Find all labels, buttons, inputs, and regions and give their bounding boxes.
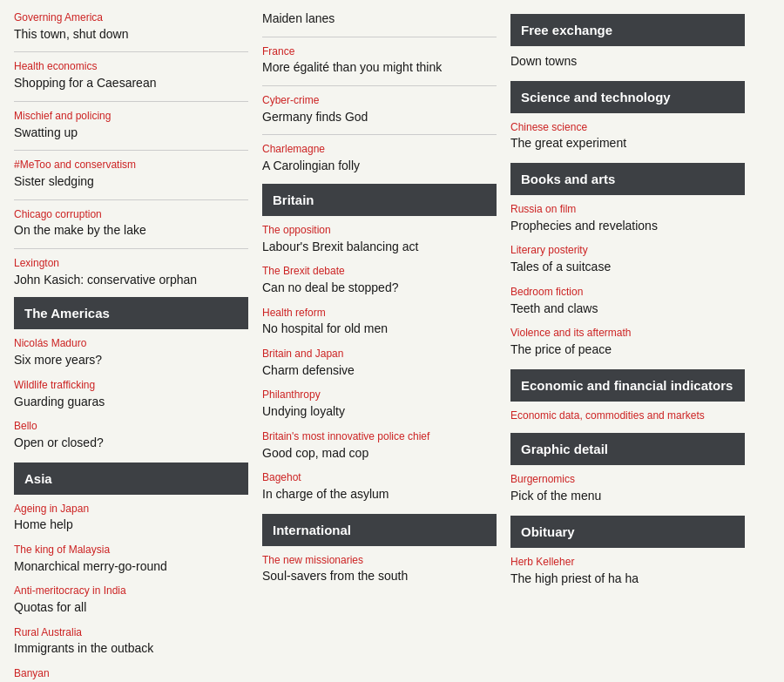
article-category[interactable]: Anti-meritocracy in India (14, 584, 248, 598)
article-item: Maiden lanes (262, 10, 497, 28)
article-title[interactable]: Guarding guaras (14, 394, 248, 411)
article-item: Russia on filmProphecies and revelations (510, 202, 745, 234)
article-category[interactable]: France (262, 44, 497, 59)
article-title[interactable]: This town, shut down (14, 26, 248, 44)
article-title[interactable]: Teeth and claws (510, 300, 745, 318)
article-category[interactable]: Lexington (14, 256, 248, 271)
article-item: The oppositionLabour's Brexit balancing … (262, 223, 497, 255)
article-title[interactable]: Quotas for all (14, 599, 248, 617)
article-category[interactable]: Charlemagne (262, 142, 497, 157)
article-title[interactable]: Down towns (510, 53, 745, 71)
article-item: Health reformNo hospital for old men (262, 306, 497, 338)
section-header: Britain (262, 184, 497, 216)
article-category[interactable]: Russia on film (510, 202, 745, 217)
section-header: Free exchange (510, 14, 745, 46)
article-category[interactable]: The Brexit debate (262, 264, 497, 279)
article-category[interactable]: Rural Australia (14, 625, 248, 640)
article-category[interactable]: The new missionaries (262, 553, 497, 568)
article-title[interactable]: Home help (14, 517, 248, 534)
article-title[interactable]: Immigrants in the outback (14, 640, 248, 658)
article-category[interactable]: Herb Kelleher (510, 555, 745, 570)
section-block: The AmericasNicolás MaduroSix more years… (14, 297, 248, 451)
article-category[interactable]: Ageing in Japan (14, 502, 248, 517)
section-header: Asia (14, 463, 248, 495)
article-title[interactable]: Charm defensive (262, 362, 497, 380)
article-title[interactable]: Labour's Brexit balancing act (262, 239, 497, 256)
article-item: Violence and its aftermathThe price of p… (510, 326, 745, 358)
article-category[interactable]: Bedroom fiction (510, 285, 745, 300)
article-title[interactable]: Can no deal be stopped? (262, 280, 497, 297)
article-title[interactable]: Monarchical merry-go-round (14, 558, 248, 576)
article-category[interactable]: Mischief and policing (14, 109, 248, 124)
article-category[interactable]: Governing America (14, 10, 248, 25)
section-block: ObituaryHerb KelleherThe high priest of … (510, 516, 745, 587)
article-title[interactable]: Open or closed? (14, 435, 248, 452)
article-title[interactable]: Undying loyalty (262, 403, 497, 421)
article-title[interactable]: The price of peace (510, 341, 745, 359)
section-block: Science and technologyChinese scienceThe… (510, 81, 745, 152)
article-title[interactable]: Germany finds God (262, 109, 497, 126)
article-item: Governing AmericaThis town, shut down (14, 10, 248, 43)
article-title[interactable]: The high priest of ha ha (510, 571, 745, 588)
article-title[interactable]: Shopping for a Caesarean (14, 75, 248, 92)
article-title[interactable]: Swatting up (14, 125, 248, 142)
section-header: Books and arts (510, 163, 745, 195)
divider (14, 51, 248, 52)
article-category[interactable]: Wildlife trafficking (14, 378, 248, 393)
article-title[interactable]: Soul-savers from the south (262, 568, 497, 585)
article-title[interactable]: On the make by the lake (14, 222, 248, 240)
article-item: Britain and JapanCharm defensive (262, 347, 497, 379)
article-category[interactable]: Violence and its aftermath (510, 326, 745, 341)
article-category[interactable]: Philanthropy (262, 388, 497, 402)
article-item: Nicolás MaduroSix more years? (14, 336, 248, 368)
article-category[interactable]: Britain and Japan (262, 347, 497, 361)
article-title[interactable]: Sister sledging (14, 173, 248, 191)
article-category[interactable]: Nicolás Maduro (14, 336, 248, 351)
article-category[interactable]: #MeToo and conservatism (14, 158, 248, 172)
article-item: BurgernomicsPick of the menu (510, 472, 745, 504)
article-title[interactable]: In charge of the asylum (262, 486, 497, 503)
article-category[interactable]: Health reform (262, 306, 497, 321)
article-title[interactable]: A Carolingian folly (262, 158, 497, 175)
article-title[interactable]: Pick of the menu (510, 488, 745, 505)
article-category[interactable]: The opposition (262, 223, 497, 238)
article-title[interactable]: Maiden lanes (262, 10, 497, 28)
article-item: Bedroom fictionTeeth and claws (510, 285, 745, 317)
article-title[interactable]: No hospital for old men (262, 321, 497, 338)
article-title[interactable]: Prophecies and revelations (510, 218, 745, 235)
article-category[interactable]: Health economics (14, 59, 248, 74)
divider (14, 101, 248, 102)
article-category[interactable]: Literary posterity (510, 243, 745, 258)
article-title[interactable]: Six more years? (14, 352, 248, 369)
article-category[interactable]: Chinese science (510, 120, 745, 135)
article-category[interactable]: Banyan (14, 666, 248, 681)
section-block: Books and artsRussia on filmProphecies a… (510, 163, 745, 359)
article-category[interactable]: Burgernomics (510, 472, 745, 487)
column-1: Governing AmericaThis town, shut downHea… (7, 7, 255, 682)
article-category[interactable]: Economic data, commodities and markets (510, 409, 745, 423)
article-category[interactable]: Britain's most innovative police chief (262, 429, 497, 444)
article-title[interactable]: Good cop, mad cop (262, 445, 497, 463)
article-category[interactable]: Cyber-crime (262, 93, 497, 108)
article-item: The king of MalaysiaMonarchical merry-go… (14, 543, 248, 575)
article-item: PhilanthropyUndying loyalty (262, 388, 497, 420)
article-title[interactable]: Tales of a suitcase (510, 259, 745, 276)
article-item: Literary posterityTales of a suitcase (510, 243, 745, 275)
article-item: Herb KelleherThe high priest of ha ha (510, 555, 745, 587)
article-title[interactable]: John Kasich: conservative orphan (14, 272, 248, 289)
article-title[interactable]: The great experiment (510, 135, 745, 152)
article-category[interactable]: Bagehot (262, 470, 497, 485)
section-block: Economic and financial indicatorsEconomi… (510, 369, 745, 423)
article-item: Chinese scienceThe great experiment (510, 120, 745, 152)
article-item: Wildlife traffickingGuarding guaras (14, 378, 248, 410)
section-block: InternationalThe new missionariesSoul-sa… (262, 514, 497, 585)
article-item: BelloOpen or closed? (14, 419, 248, 451)
section-block: BritainThe oppositionLabour's Brexit bal… (262, 184, 497, 503)
article-category[interactable]: Chicago corruption (14, 207, 248, 222)
section-block: Graphic detailBurgernomicsPick of the me… (510, 433, 745, 504)
article-category[interactable]: The king of Malaysia (14, 543, 248, 557)
article-category[interactable]: Bello (14, 419, 248, 434)
section-header: Graphic detail (510, 433, 745, 465)
divider (14, 199, 248, 200)
article-title[interactable]: More égalité than you might think (262, 59, 497, 77)
